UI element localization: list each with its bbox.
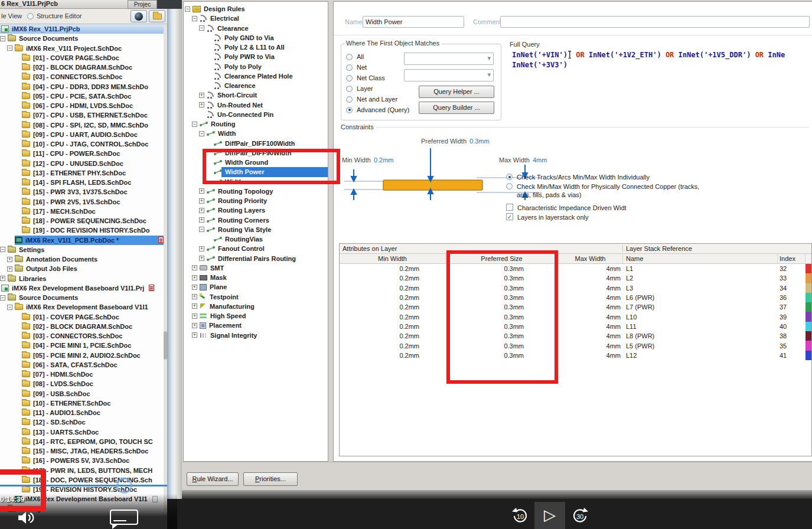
tree-item[interactable]: [07] - HDMI.SchDoc [0, 370, 164, 379]
rule-tree-item[interactable]: −Electrical [184, 14, 328, 23]
expand-toggle-icon[interactable]: − [185, 6, 190, 12]
radio-button[interactable] [346, 75, 353, 81]
tree-item[interactable]: [14] - SPI FLASH, LEDS.SchDoc [0, 178, 164, 187]
expand-toggle-icon[interactable]: + [192, 294, 197, 299]
rule-tree-item[interactable]: Poly to Poly [184, 62, 328, 71]
play-button[interactable]: ▷ [534, 502, 565, 529]
col-max-width[interactable]: Max Width [558, 254, 623, 264]
table-row[interactable]: 0.2mm0.3mm4mmL8 (PWR)38 [340, 331, 811, 341]
rule-wizard-button[interactable]: Rule Wizard... [187, 472, 239, 486]
rule-tree-item[interactable]: +SMT [184, 263, 328, 273]
expand-toggle-icon[interactable]: − [7, 305, 12, 310]
tree-item[interactable]: [12] - CPU - UNUSED.SchDoc [0, 159, 164, 168]
tree-item[interactable]: +Libraries [0, 274, 164, 283]
rule-tree-item[interactable]: +Testpoint [184, 292, 328, 302]
radio-button[interactable] [506, 174, 513, 180]
tree-item[interactable]: [10] - CPU - JTAG, CONTROL.SchDoc [0, 139, 164, 149]
tree-item[interactable]: [13] - ETHERNET PHY.SchDoc [0, 168, 164, 178]
rule-tree-item[interactable]: +Routing Topology [184, 187, 328, 196]
radio-button[interactable] [346, 107, 353, 113]
table-row[interactable]: 0.2mm0.3mm4mmL132 [340, 264, 811, 273]
checkbox[interactable]: ✓ [506, 213, 513, 220]
constraint-check-option[interactable]: Characteristic Impedance Driven Widt [506, 204, 731, 212]
max-width-value[interactable]: 4mm [533, 156, 547, 164]
rule-tree-item[interactable]: +Fanout Control [184, 244, 328, 253]
expand-toggle-icon[interactable]: + [199, 188, 204, 194]
expand-toggle-icon[interactable]: + [199, 256, 204, 261]
expand-toggle-icon[interactable]: + [7, 257, 12, 262]
tree-item[interactable]: [04] - CPU - DDR3, DDR3 MEM.SchDo [0, 82, 164, 92]
table-row[interactable]: 0.2mm0.3mm4mmL6 (PWR)36 [340, 293, 811, 302]
rule-tree-item[interactable]: +Manufacturing [184, 302, 328, 311]
rule-tree-item[interactable]: Poly PWR to Via [184, 52, 328, 61]
tree-item[interactable]: [08] - LVDS.SchDoc [0, 379, 164, 388]
expand-toggle-icon[interactable]: + [192, 285, 197, 290]
expand-toggle-icon[interactable]: + [199, 217, 204, 223]
tree-item[interactable]: iMX6 Rex_V1I1_PCB.PcbDoc * [0, 236, 164, 245]
full-query-text[interactable]: InNet('+VIN') OR InNet('+1V2_ETH') OR In… [512, 50, 812, 70]
tree-item[interactable]: [17] - MECH.SchDoc [0, 207, 164, 216]
rule-tree-item[interactable]: −Clearance [184, 24, 328, 33]
rule-tree-item[interactable]: −Routing Via Style [184, 225, 328, 234]
tree-item[interactable]: [09] - USB.SchDoc [0, 389, 164, 399]
constraint-check-option[interactable]: ✓Layers in layerstack only [506, 213, 731, 221]
rule-tree-item[interactable]: Clearance Plated Hole [184, 71, 328, 81]
projects-panel-button[interactable]: Projec [128, 0, 157, 9]
rule-tree-item[interactable]: Poly L2 & L11 to All [184, 43, 328, 52]
tree-item[interactable]: [16] - PWR 2V5, 1V5.SchDoc [0, 197, 164, 207]
rule-tree-item[interactable]: RoutingVias [184, 234, 328, 244]
match-option[interactable]: Net and Layer [346, 94, 409, 105]
rule-tree-item[interactable]: Un-Connected Pin [184, 110, 328, 119]
rule-tree-item[interactable]: +Routing Priority [184, 196, 328, 205]
name-input[interactable] [363, 16, 464, 28]
tree-item[interactable]: [05] - PCIE MINI 2, AUDIO2.SchDoc [0, 351, 164, 360]
document-tab[interactable]: 6 Rex_V1I1.PrjPcb [1, 0, 58, 7]
rewind-10-button[interactable]: 10 [508, 505, 531, 527]
radio-button[interactable] [346, 86, 353, 92]
rule-tree-item[interactable]: +Mask [184, 273, 328, 282]
expand-toggle-icon[interactable]: + [199, 246, 204, 252]
query-builder-button[interactable]: Query Builder ... [419, 102, 494, 114]
tree-item[interactable]: [11] - CPU - POWER.SchDoc [0, 149, 164, 158]
expand-toggle-icon[interactable]: + [7, 266, 12, 272]
tree-item[interactable]: −iMX6 Rex_V1I1 Project.SchDoc [0, 44, 164, 53]
rule-tree-item[interactable]: +Plane [184, 282, 328, 292]
expand-toggle-icon[interactable]: − [199, 25, 204, 31]
rule-tree-item[interactable]: Poly GND to Via [184, 33, 328, 43]
tree-item[interactable]: [13] - UARTS.SchDoc [0, 427, 164, 437]
col-index[interactable]: Index [778, 254, 806, 264]
expand-toggle-icon[interactable]: + [192, 314, 197, 319]
volume-icon[interactable] [18, 511, 35, 524]
priorities-button[interactable]: Priorities... [243, 472, 298, 486]
tree-item[interactable]: [03] - CONNECTORS.SchDoc [0, 72, 164, 81]
table-row[interactable]: 0.2mm0.3mm4mmL5 (PWR)35 [340, 341, 811, 350]
expand-toggle-icon[interactable]: − [192, 122, 197, 127]
tree-item[interactable]: [16] - POWERS 5V, 3V3.SchDoc [0, 456, 164, 465]
rule-tree-item[interactable]: +Routing Layers [184, 205, 328, 215]
match-option[interactable]: Net Class [346, 73, 409, 83]
rule-tree-item[interactable]: +Routing Corners [184, 215, 328, 225]
projects-toolbar-button[interactable] [131, 10, 147, 22]
tree-item[interactable]: [19] - DOC REVISION HISTORY.SchDo [0, 226, 164, 235]
rule-tree-item[interactable]: +Un-Routed Net [184, 100, 328, 110]
radio-button[interactable] [346, 96, 353, 103]
table-row[interactable]: 0.2mm0.3mm4mmL1140 [340, 322, 811, 331]
expand-toggle-icon[interactable]: + [192, 323, 197, 328]
tree-item[interactable]: [07] - CPU - USB, ETHERNET.SchDoc [0, 110, 164, 120]
tree-item[interactable]: −Source Documents [0, 34, 164, 43]
expand-toggle-icon[interactable]: + [192, 265, 197, 270]
expand-toggle-icon[interactable]: − [7, 45, 12, 51]
tree-item[interactable]: [06] - SATA, CFAST.SchDoc [0, 360, 164, 370]
col-min-width[interactable]: Min Width [340, 254, 446, 264]
net-class-dropdown[interactable] [404, 69, 494, 81]
open-folder-button[interactable] [149, 10, 165, 22]
tree-item[interactable]: [06] - CPU - HDMI, LVDS.SchDoc [0, 101, 164, 110]
tree-item[interactable]: [12] - SD.SchDoc [0, 417, 164, 427]
match-option[interactable]: Advanced (Query) [346, 105, 409, 115]
expand-toggle-icon[interactable]: + [192, 275, 197, 280]
rule-tree-item[interactable]: Clearence [184, 81, 328, 90]
expand-toggle-icon[interactable]: + [199, 93, 204, 98]
table-row[interactable]: 0.2mm0.3mm4mmL1241 [340, 351, 811, 360]
tree-item[interactable]: [05] - CPU - PCIE, SATA.SchDoc [0, 92, 164, 101]
expand-toggle-icon[interactable]: − [199, 131, 204, 136]
